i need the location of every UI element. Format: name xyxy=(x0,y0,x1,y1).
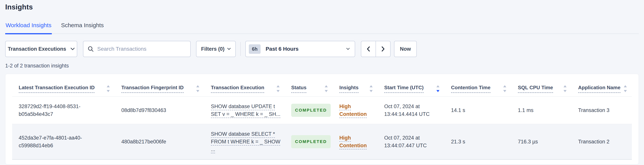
tab-workload-insights[interactable]: Workload Insights xyxy=(5,22,52,34)
search-input[interactable] xyxy=(97,46,186,52)
sort-icon[interactable] xyxy=(624,84,627,93)
column-header-latest-transaction-execution-id[interactable]: Latest Transaction Execution ID xyxy=(12,74,115,96)
insights-table-card: Latest Transaction Execution ID Transact… xyxy=(5,74,639,164)
transaction-insights-table: Latest Transaction Execution ID Transact… xyxy=(12,74,632,159)
fingerprint-id-cell: 08d8b7d97f830463 xyxy=(115,106,204,114)
start-time-cell: Oct 07, 2024 at 13:44:07.447 UTC xyxy=(378,134,444,149)
table-header-row: Latest Transaction Execution ID Transact… xyxy=(12,74,632,97)
results-summary: 1-2 of 2 transaction insights xyxy=(5,63,639,69)
next-time-range-button[interactable] xyxy=(376,41,390,57)
status-badge: COMPLETED xyxy=(291,135,331,148)
contention-time-cell: 21.3 s xyxy=(444,138,511,145)
latest-execution-id-cell: 328729d2-ff19-4408-8531- b05a5b4e43c7 xyxy=(12,103,115,118)
column-header-start-time[interactable]: Start Time (UTC) xyxy=(378,74,444,96)
chevron-down-icon xyxy=(70,48,75,50)
previous-time-range-button[interactable] xyxy=(361,41,376,57)
filters-label: Filters (0) xyxy=(201,46,224,52)
chevron-down-icon xyxy=(346,48,350,50)
column-header-insights[interactable]: Insights xyxy=(333,74,378,96)
application-name-cell: Transaction 2 xyxy=(572,138,632,145)
contention-time-cell: 14.1 s xyxy=(444,106,511,114)
transaction-type-label: Transaction Executions xyxy=(8,46,66,52)
chevron-left-icon xyxy=(366,46,370,52)
sort-icon[interactable] xyxy=(324,84,328,93)
status-cell: COMPLETED xyxy=(285,135,333,148)
time-range-label: Past 6 Hours xyxy=(266,46,298,52)
start-time-cell: Oct 07, 2024 at 13:44:14.4414 UTC xyxy=(378,103,444,118)
column-header-transaction-execution[interactable]: Transaction Execution xyxy=(204,74,285,96)
status-badge: COMPLETED xyxy=(291,104,331,117)
chevron-down-icon xyxy=(227,48,231,50)
sort-icon[interactable] xyxy=(563,84,567,93)
page-title: Insights xyxy=(5,0,639,11)
search-icon xyxy=(88,46,94,52)
tab-bar: Workload Insights Schema Insights xyxy=(5,22,639,34)
sort-icon[interactable] xyxy=(503,84,507,93)
column-header-application-name[interactable]: Application Name xyxy=(572,74,632,96)
table-row: 328729d2-ff19-4408-8531- b05a5b4e43c7 08… xyxy=(12,97,632,124)
sort-icon[interactable] xyxy=(369,84,373,93)
toolbar-divider xyxy=(240,42,241,56)
insight-high-contention-link[interactable]: High Contention xyxy=(333,134,378,149)
transaction-execution-link[interactable]: SHOW database UPDATE t SET v = _ WHERE k… xyxy=(204,103,285,118)
sort-icon[interactable] xyxy=(106,84,110,93)
chevron-right-icon xyxy=(381,46,385,52)
time-range-picker[interactable]: 6h Past 6 Hours xyxy=(245,41,355,57)
status-cell: COMPLETED xyxy=(285,104,333,117)
insight-high-contention-link[interactable]: High Contention xyxy=(333,103,378,118)
sort-desc-icon[interactable] xyxy=(436,84,440,93)
transaction-execution-link[interactable]: SHOW database SELECT * FROM t WHERE k = … xyxy=(204,130,285,153)
sql-cpu-time-cell: 716.3 µs xyxy=(511,138,572,145)
insights-page: Insights Workload Insights Schema Insigh… xyxy=(0,0,644,164)
latest-execution-id-cell: 452da3e7-e7fa-4801-aa40- c59988d14eb6 xyxy=(12,134,115,149)
sort-icon[interactable] xyxy=(196,84,200,93)
time-range-badge: 6h xyxy=(249,44,260,54)
sort-icon[interactable] xyxy=(276,84,280,93)
transaction-type-dropdown[interactable]: Transaction Executions xyxy=(5,41,77,57)
toolbar: Transaction Executions Filters (0) 6h Pa… xyxy=(5,41,639,57)
application-name-cell: Transaction 3 xyxy=(572,106,632,114)
sql-cpu-time-cell: 1.1 ms xyxy=(511,106,572,114)
filters-dropdown[interactable]: Filters (0) xyxy=(196,41,236,57)
column-header-sql-cpu-time[interactable]: SQL CPU Time xyxy=(511,74,572,96)
now-button[interactable]: Now xyxy=(394,41,417,57)
column-header-contention-time[interactable]: Contention Time xyxy=(444,74,511,96)
tab-schema-insights[interactable]: Schema Insights xyxy=(61,22,104,34)
column-header-status[interactable]: Status xyxy=(285,74,333,96)
fingerprint-id-cell: 480a8b217be006fe xyxy=(115,138,204,145)
search-box xyxy=(83,41,191,57)
column-header-transaction-fingerprint-id[interactable]: Transaction Fingerprint ID xyxy=(115,74,204,96)
time-range-pager xyxy=(361,41,390,57)
table-row: 452da3e7-e7fa-4801-aa40- c59988d14eb6 48… xyxy=(12,124,632,159)
